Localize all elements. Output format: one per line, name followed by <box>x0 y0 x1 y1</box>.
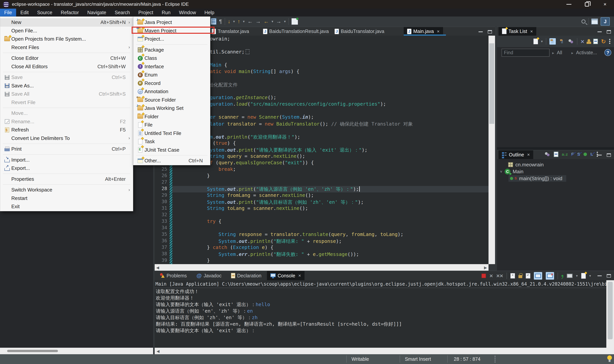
open-console-dropdown-icon[interactable]: ▾ <box>589 272 591 279</box>
new-submenu-item-enum[interactable]: EEnum <box>133 71 210 79</box>
menu-search[interactable]: Search <box>110 9 134 16</box>
clear-console-icon[interactable]: × <box>510 273 515 278</box>
show-on-stdout-icon[interactable] <box>534 272 542 280</box>
scroll-left-icon[interactable]: ◀ <box>156 265 159 270</box>
show-on-stderr-icon[interactable] <box>546 272 554 280</box>
menu-project[interactable]: Project <box>134 9 158 16</box>
scroll-right-icon[interactable]: ▶ <box>484 265 487 270</box>
minimize-window-button[interactable] <box>560 0 578 9</box>
hide-fields-icon[interactable]: F <box>571 152 574 157</box>
outline-item-main-class[interactable]: ˅ C Main <box>500 168 523 175</box>
search-icon[interactable] <box>581 19 586 24</box>
editor-vscrollbar[interactable] <box>489 36 495 264</box>
my-tasks-icon[interactable] <box>587 39 590 42</box>
close-view-icon[interactable]: × <box>527 152 530 157</box>
open-console-icon[interactable] <box>581 273 586 279</box>
tab-baidutranslationresult-java[interactable]: J BaiduTranslationResult.java <box>259 27 332 36</box>
file-menu-item-recent-files[interactable]: Recent Files› <box>0 43 133 52</box>
new-submenu-item-junit-test-case[interactable]: JUnit Test Case <box>133 146 210 154</box>
new-task-icon[interactable] <box>533 39 538 44</box>
restore-window-button[interactable] <box>578 0 596 9</box>
display-console-icon[interactable] <box>567 274 573 278</box>
scroll-left-icon[interactable]: ◀ <box>157 349 159 353</box>
new-task-dropdown-icon[interactable]: ▾ <box>541 38 543 45</box>
editor-hscrollbar[interactable]: ◀ ▶ <box>155 264 489 271</box>
hide-local-types-icon[interactable]: L <box>590 152 593 157</box>
maximize-view-icon[interactable] <box>607 153 611 157</box>
file-menu-item-switch-workspace[interactable]: Switch Workspace› <box>0 186 133 194</box>
collapse-all-icon[interactable] <box>554 152 558 157</box>
code-area[interactable]: package cn.meowrain;import java.util.Sca… <box>172 36 489 264</box>
scrollbar-thumb[interactable] <box>608 282 613 339</box>
menu-file[interactable]: File <box>0 9 16 16</box>
open-type-icon[interactable] <box>211 18 217 25</box>
find-activate-filter[interactable]: Activate... <box>576 50 597 55</box>
new-submenu-item-other[interactable]: Other...Ctrl+N <box>133 156 210 165</box>
new-submenu-item-java-working-set[interactable]: JJava Working Set <box>133 104 210 113</box>
file-menu-item-open-projects-from-file-system[interactable]: Open Projects from File System... <box>0 35 133 43</box>
menu-run[interactable]: Run <box>158 9 175 16</box>
last-edit-location-icon[interactable] <box>291 18 298 25</box>
file-menu-item-properties[interactable]: PropertiesAlt+Enter <box>0 175 133 183</box>
tab-translator-java[interactable]: J Translator.java <box>208 27 253 36</box>
file-menu-item-print[interactable]: PrintCtrl+P <box>0 145 133 153</box>
back-disabled-icon[interactable]: ← <box>247 18 253 25</box>
file-menu-item-export[interactable]: Export... <box>0 164 133 172</box>
new-submenu-item-annotation[interactable]: @Annotation <box>133 87 210 96</box>
minimize-editor-icon[interactable] <box>478 31 483 32</box>
focus-on-workweek-icon[interactable] <box>569 39 574 43</box>
find-input[interactable]: Find <box>502 49 549 57</box>
forward-history-dropdown-icon[interactable]: ▾ <box>284 18 286 25</box>
minimize-view-icon[interactable] <box>598 31 602 32</box>
package-explorer-hscrollbar[interactable] <box>0 348 153 354</box>
hide-non-public-icon[interactable] <box>584 153 587 156</box>
find-all-filter[interactable]: All <box>557 50 562 55</box>
tab-task-list[interactable]: Task List × <box>498 27 536 36</box>
sort-icon[interactable]: a↓z <box>562 152 568 156</box>
maximize-view-icon[interactable] <box>607 30 611 34</box>
file-menu-item-convert-line-delimiters-to[interactable]: Convert Line Delimiters To› <box>0 134 133 143</box>
tab-console[interactable]: Console × <box>267 271 304 280</box>
back-history-icon[interactable]: ← <box>263 18 269 25</box>
previous-annotation-dropdown-icon[interactable]: ▾ <box>243 18 245 25</box>
display-console-dropdown-icon[interactable]: ▾ <box>576 272 578 279</box>
hide-static-icon[interactable]: S <box>577 152 580 157</box>
scroll-lock-icon[interactable] <box>518 275 522 278</box>
tab-outline[interactable]: Outline × <box>498 150 533 159</box>
outline-item-package[interactable]: cn.meowrain <box>508 161 544 168</box>
minimize-view-icon[interactable] <box>598 275 602 276</box>
file-menu-item-close-editor[interactable]: Close EditorCtrl+W <box>0 54 133 63</box>
tab-baidutranslator-java[interactable]: J BaiduTranslator.java <box>331 27 388 36</box>
open-perspective-icon[interactable] <box>591 19 598 24</box>
previous-annotation-icon[interactable]: ↑ <box>238 18 240 25</box>
forward-history-icon[interactable]: → <box>276 18 281 25</box>
file-menu-item-import[interactable]: Import... <box>0 156 133 164</box>
word-wrap-icon[interactable]: ↵ <box>526 273 530 278</box>
collapse-all-icon[interactable] <box>593 39 598 44</box>
scrollbar-thumb[interactable] <box>7 350 58 352</box>
maximize-editor-icon[interactable] <box>488 30 492 34</box>
file-menu-item-save-as[interactable]: Save As... <box>0 82 133 90</box>
next-annotation-icon[interactable]: ↓ <box>228 18 231 25</box>
menu-refactor[interactable]: Refactor <box>57 9 83 16</box>
forward-disabled-icon[interactable]: → <box>255 18 261 25</box>
remove-launch-icon[interactable]: × <box>490 273 493 279</box>
java-perspective-button[interactable]: J <box>600 17 610 26</box>
file-menu-item-new[interactable]: NewAlt+Shift+N› <box>0 18 133 27</box>
file-menu-item-open-file[interactable]: Open File... <box>0 27 133 35</box>
console-hscrollbar[interactable]: ◀ <box>155 348 614 354</box>
new-submenu-item-java-project[interactable]: JJava Project <box>133 18 210 27</box>
show-whitespace-icon[interactable]: ¶ <box>219 18 222 25</box>
close-view-icon[interactable]: × <box>530 29 533 34</box>
pin-console-icon[interactable] <box>561 275 563 277</box>
file-menu-item-refresh[interactable]: RefreshF5 <box>0 126 133 134</box>
terminate-icon[interactable] <box>481 273 486 278</box>
maximize-view-icon[interactable] <box>607 274 611 278</box>
menu-navigate[interactable]: Navigate <box>83 9 110 16</box>
outline-item-main-method[interactable]: S main(String[]) : void <box>508 175 566 182</box>
close-window-button[interactable]: × <box>596 0 614 9</box>
file-menu-item-exit[interactable]: Exit <box>0 202 133 211</box>
minimize-view-icon[interactable] <box>598 155 602 156</box>
console-vscrollbar[interactable] <box>606 280 614 348</box>
new-submenu-item-source-folder[interactable]: #Source Folder <box>133 96 210 104</box>
